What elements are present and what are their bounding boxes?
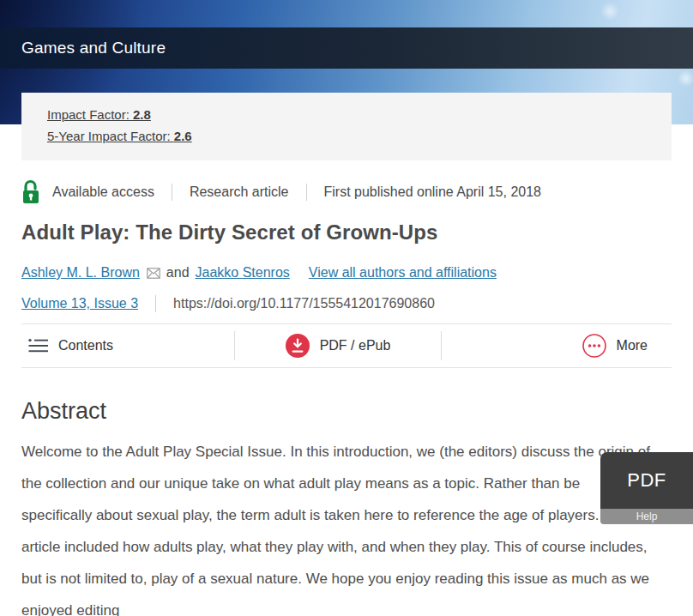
toolbar-section-more: More — [442, 324, 672, 367]
ref-divider — [155, 295, 156, 312]
author-link-1[interactable]: Ashley M. L. Brown — [21, 265, 140, 281]
view-all-authors-link[interactable]: View all authors and affiliations — [309, 265, 497, 281]
article-toolbar: Contents PDF / ePub — [21, 323, 672, 368]
pdf-epub-button[interactable]: PDF / ePub — [286, 334, 391, 358]
article-meta-row: Available access Research article First … — [21, 179, 672, 205]
authors-conjunction: and — [166, 265, 190, 281]
article-type-label: Research article — [190, 184, 289, 200]
help-button[interactable]: Help — [600, 509, 693, 524]
abstract-heading: Abstract — [21, 398, 672, 425]
open-lock-icon — [21, 179, 40, 205]
volume-issue-link[interactable]: Volume 13, Issue 3 — [21, 296, 138, 311]
impact-factor-value: 2.8 — [133, 107, 151, 122]
list-icon — [28, 337, 48, 354]
first-published-label: First published online April 15, 2018 — [324, 184, 542, 200]
article-page: Impact Factor: 2.8 5-Year Impact Factor:… — [0, 0, 693, 616]
meta-divider — [306, 184, 307, 201]
access-status-label: Available access — [52, 184, 154, 200]
five-year-impact-factor-value: 2.6 — [174, 129, 192, 143]
authors-row: Ashley M. L. Brown and Jaakko Stenros Vi… — [21, 265, 672, 281]
toolbar-section-pdf: PDF / ePub — [235, 324, 441, 367]
floating-pdf-widget: PDF Help — [600, 452, 693, 524]
envelope-icon[interactable] — [147, 268, 160, 279]
more-label: More — [617, 338, 648, 353]
download-circle-icon — [286, 334, 310, 358]
reference-row: Volume 13, Issue 3 https://doi.org/10.11… — [21, 295, 672, 312]
abstract-text: Welcome to the Adult Play Special Issue.… — [21, 436, 652, 616]
more-button[interactable]: More — [582, 334, 648, 358]
contents-button[interactable]: Contents — [28, 337, 113, 354]
author-link-2[interactable]: Jaakko Stenros — [196, 265, 290, 281]
pdf-epub-label: PDF / ePub — [320, 338, 391, 353]
contents-label: Contents — [58, 338, 113, 353]
meta-divider — [172, 184, 172, 201]
toolbar-section-contents: Contents — [21, 324, 234, 367]
impact-factor-label: Impact Factor: — [47, 107, 133, 122]
five-year-impact-factor-label: 5-Year Impact Factor: — [47, 129, 174, 143]
impact-factor-link[interactable]: Impact Factor: 2.8 — [47, 104, 151, 125]
ellipsis-circle-icon — [582, 334, 606, 358]
floating-pdf-button[interactable]: PDF — [600, 452, 693, 509]
article-title: Adult Play: The Dirty Secret of Grown-Up… — [21, 220, 672, 245]
doi-text: https://doi.org/10.1177/1555412017690860 — [173, 296, 435, 311]
impact-factor-box: Impact Factor: 2.8 5-Year Impact Factor:… — [21, 93, 672, 160]
five-year-impact-factor-link[interactable]: 5-Year Impact Factor: 2.6 — [47, 125, 192, 147]
